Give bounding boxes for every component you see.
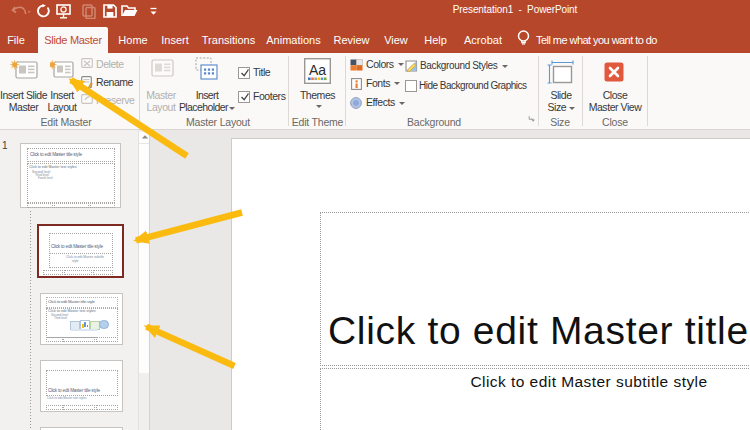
svg-text:Aa: Aa xyxy=(309,62,326,78)
